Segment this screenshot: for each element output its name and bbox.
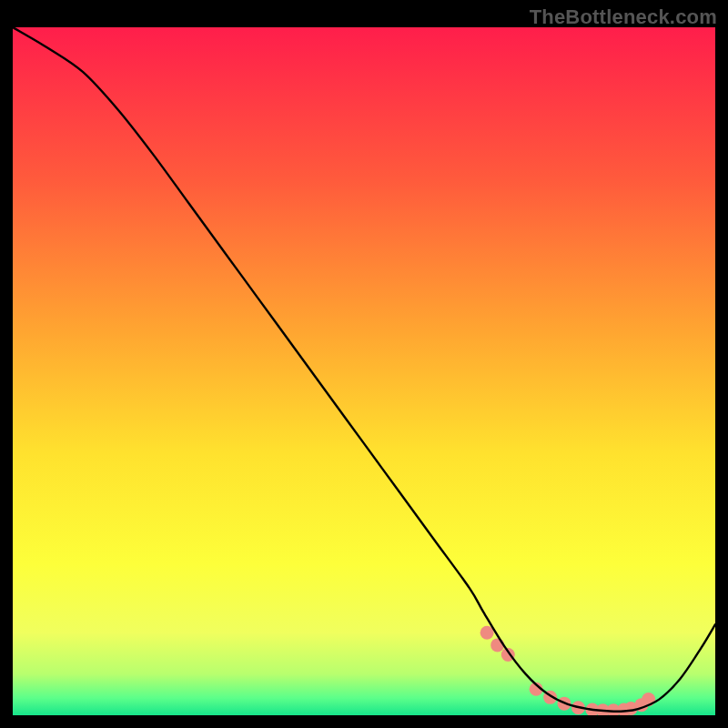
watermark-text: TheBottleneck.com: [530, 5, 717, 29]
chart-svg: [13, 27, 715, 715]
gradient-background: [13, 27, 715, 715]
chart-frame: TheBottleneck.com: [0, 0, 728, 728]
chart-plot-area: [13, 27, 715, 715]
highlight-dot: [490, 638, 504, 652]
